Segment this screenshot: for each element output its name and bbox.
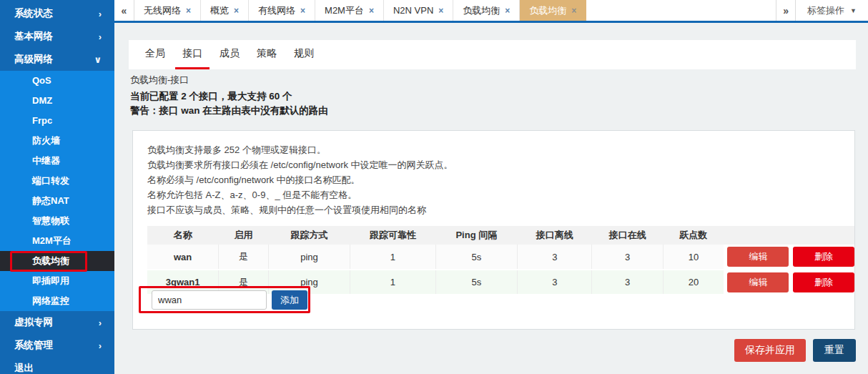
close-icon[interactable]: × xyxy=(234,6,239,16)
new-interface-name-input[interactable] xyxy=(152,290,267,310)
sidebar: 系统状态 › 基本网络 › 高级网络 ∨ QoS DMZ Frpc 防火墙 中继… xyxy=(0,0,114,374)
section-tab-interface[interactable]: 接口 xyxy=(175,40,209,69)
configured-count-text: 当前已配置 2 个接口，最大支持 60 个 xyxy=(130,90,292,103)
tab-label: M2M平台 xyxy=(325,4,364,17)
sidebar-item-vpn[interactable]: 虚拟专网 › xyxy=(0,311,114,334)
footer-actions: 保存并应用 重置 xyxy=(734,339,856,362)
chevron-right-icon: › xyxy=(99,340,102,351)
sidebar-item-advanced-network[interactable]: 高级网络 ∨ xyxy=(0,48,114,71)
sidebar-subitem-load-balance[interactable]: 负载均衡 xyxy=(0,251,114,271)
tab-load-balance-2-active[interactable]: 负载均衡 × xyxy=(520,0,586,21)
warning-text: 警告：接口 wan 在主路由表中没有默认的路由 xyxy=(130,104,328,117)
sidebar-subitem-smart-iot[interactable]: 智慧物联 xyxy=(0,211,114,231)
tab-label: 有线网络 xyxy=(258,4,295,17)
col-track-mode: 跟踪方式 xyxy=(268,226,350,245)
interfaces-table: 名称 启用 跟踪方式 跟踪可靠性 Ping 间隔 接口离线 接口在线 跃点数 w… xyxy=(147,226,854,295)
chevron-down-icon: ∨ xyxy=(94,54,102,65)
cell-metric: 20 xyxy=(663,270,724,295)
section-tab-global[interactable]: 全局 xyxy=(138,40,172,69)
tab-wired-network[interactable]: 有线网络 × xyxy=(249,0,315,21)
close-icon[interactable]: × xyxy=(186,6,191,16)
tab-operations-dropdown[interactable]: 标签操作 ▼ xyxy=(796,0,868,21)
sidebar-item-system-status[interactable]: 系统状态 › xyxy=(0,2,114,25)
page-subtitle: 负载均衡-接口 xyxy=(130,74,189,87)
sidebar-item-basic-network[interactable]: 基本网络 › xyxy=(0,25,114,48)
sidebar-subitem-static-nat[interactable]: 静态NAT xyxy=(0,191,114,211)
col-enabled: 启用 xyxy=(219,226,269,245)
sidebar-subitem-port-forward[interactable]: 端口转发 xyxy=(0,171,114,191)
section-tab-rule[interactable]: 规则 xyxy=(287,40,321,69)
tab-n2n-vpn[interactable]: N2N VPN × xyxy=(384,0,453,21)
sidebar-item-label: 退出 xyxy=(14,362,34,374)
cell-ping: 5s xyxy=(435,245,517,270)
col-reliability: 跟踪可靠性 xyxy=(350,226,435,245)
cell-reliability: 1 xyxy=(350,245,435,270)
add-button[interactable]: 添加 xyxy=(272,290,307,310)
sidebar-item-system-manage[interactable]: 系统管理 › xyxy=(0,334,114,357)
tab-load-balance-1[interactable]: 负载均衡 × xyxy=(453,0,520,21)
tab-label: 概览 xyxy=(210,4,229,17)
sidebar-item-label: 系统状态 xyxy=(14,7,53,20)
chevron-right-icon: › xyxy=(99,31,102,42)
close-icon[interactable]: × xyxy=(438,6,443,16)
caret-down-icon: ▼ xyxy=(850,7,857,14)
add-interface-row: 添加 xyxy=(152,290,307,310)
table-row: wan 是 ping 1 5s 3 3 10 编辑 删除 xyxy=(147,245,854,270)
description-line: 名称允许包括 A-Z、a-z、0-9、_ 但是不能有空格。 xyxy=(147,187,854,202)
sidebar-subitem-plug-and-play[interactable]: 即插即用 xyxy=(0,271,114,291)
tab-label: 负载均衡 xyxy=(529,4,566,17)
description-line: 负载均衡支持最多 252 个物理或逻辑接口。 xyxy=(147,142,854,157)
description-line: 负载均衡要求所有接口必须在 /etc/config/network 中设定唯一的… xyxy=(147,157,854,172)
sidebar-subitem-frpc[interactable]: Frpc xyxy=(0,111,114,131)
cell-up: 3 xyxy=(592,270,663,295)
description-block: 负载均衡支持最多 252 个物理或逻辑接口。 负载均衡要求所有接口必须在 /et… xyxy=(133,131,854,217)
close-icon[interactable]: × xyxy=(505,6,510,16)
tabs-scroll-right-icon[interactable]: » xyxy=(776,0,796,21)
sidebar-subitem-dmz[interactable]: DMZ xyxy=(0,91,114,111)
cell-name: wan xyxy=(147,245,219,270)
cell-reliability: 1 xyxy=(350,270,435,295)
tab-overview[interactable]: 概览 × xyxy=(201,0,249,21)
description-line: 接口不应该与成员、策略、规则中的任意一个设置项使用相同的名称 xyxy=(147,202,854,217)
edit-button[interactable]: 编辑 xyxy=(727,272,789,292)
edit-button[interactable]: 编辑 xyxy=(727,247,789,267)
tabbar-spacer xyxy=(586,0,776,21)
sidebar-item-label: 基本网络 xyxy=(14,30,53,43)
tab-label: N2N VPN xyxy=(393,5,433,16)
chevron-right-icon: › xyxy=(99,318,102,328)
tab-wireless-network[interactable]: 无线网络 × xyxy=(134,0,201,21)
close-icon[interactable]: × xyxy=(369,6,374,16)
col-ping-interval: Ping 间隔 xyxy=(435,226,517,245)
sidebar-item-label: 虚拟专网 xyxy=(14,316,53,329)
cell-ping: 5s xyxy=(435,270,517,295)
sidebar-item-label: 系统管理 xyxy=(14,339,53,352)
delete-button[interactable]: 删除 xyxy=(793,247,854,267)
save-and-apply-button[interactable]: 保存并应用 xyxy=(734,339,806,362)
col-iface-down: 接口离线 xyxy=(518,226,592,245)
sidebar-item-logout[interactable]: 退出 xyxy=(0,357,114,374)
cell-enabled: 是 xyxy=(219,245,269,270)
sidebar-subitem-qos[interactable]: QoS xyxy=(0,71,114,91)
close-icon[interactable]: × xyxy=(300,6,305,16)
cell-down: 3 xyxy=(518,270,592,295)
chevron-right-icon: › xyxy=(99,9,102,19)
sidebar-subitem-repeater[interactable]: 中继器 xyxy=(0,151,114,171)
section-tab-member[interactable]: 成员 xyxy=(212,40,247,69)
col-name: 名称 xyxy=(147,226,219,245)
tab-label: 无线网络 xyxy=(144,4,181,17)
reset-button[interactable]: 重置 xyxy=(813,339,856,362)
sidebar-subitem-m2m-platform[interactable]: M2M平台 xyxy=(0,231,114,251)
sidebar-subitem-firewall[interactable]: 防火墙 xyxy=(0,131,114,151)
close-icon[interactable]: × xyxy=(571,6,576,16)
delete-button[interactable]: 删除 xyxy=(793,272,854,292)
tab-operations-label: 标签操作 xyxy=(807,4,844,17)
tabs-scroll-left-icon[interactable]: « xyxy=(114,0,134,21)
tab-m2m-platform[interactable]: M2M平台 × xyxy=(315,0,384,21)
sidebar-item-label: 高级网络 xyxy=(14,53,53,66)
cell-up: 3 xyxy=(592,245,663,270)
sidebar-subitem-network-monitor[interactable]: 网络监控 xyxy=(0,291,114,311)
section-tab-policy[interactable]: 策略 xyxy=(250,40,284,69)
description-line: 名称必须与 /etc/config/network 中的接口名称匹配。 xyxy=(147,172,854,187)
section-tabs: 全局 接口 成员 策略 规则 xyxy=(129,40,856,69)
col-metric: 跃点数 xyxy=(663,226,724,245)
